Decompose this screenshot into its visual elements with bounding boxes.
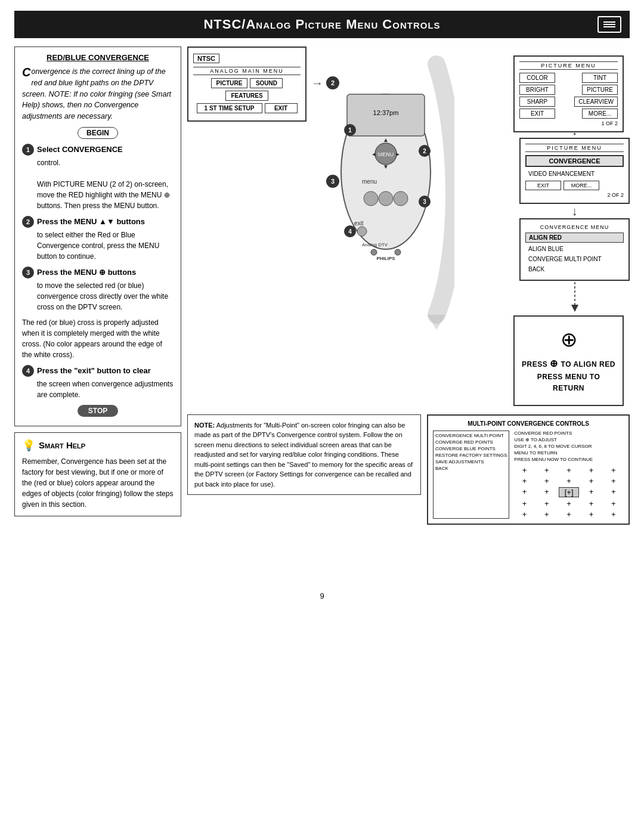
plus-20: + xyxy=(514,510,534,519)
svg-text:MENU: MENU xyxy=(378,151,394,157)
picture-btn-pm[interactable]: PICTURE xyxy=(582,85,618,95)
picture-menu-2-label: PICTURE MENU xyxy=(525,144,624,152)
svg-point-12 xyxy=(394,191,408,206)
smart-help-body: Remember, Convergence has been set at th… xyxy=(22,456,174,510)
step-2-header: 2 Press the MENU ▲▼ buttons xyxy=(22,216,174,228)
exit-btn-pm2[interactable]: EXIT xyxy=(525,181,561,190)
left-panel: RED/BLUE CONVERGENCE Convergence is the … xyxy=(14,47,181,522)
step-3-body: to move the selected red (or blue) conve… xyxy=(37,280,174,312)
svg-point-18 xyxy=(395,249,401,255)
press-crosshair: ⊕ xyxy=(550,358,561,368)
plus-17: + xyxy=(559,499,579,508)
step-1-title: Select CONVERGENCE xyxy=(37,145,123,154)
multipoint-box: MULTI-POINT CONVERGENCE CONTROLS CONVERG… xyxy=(427,414,630,525)
step-3-header: 3 Press the MENU ⊕ buttons xyxy=(22,267,174,278)
step-2-title: Press the MENU ▲▼ buttons xyxy=(37,217,145,226)
exit-btn-ntsc[interactable]: EXIT xyxy=(265,103,298,113)
menu-btn-row-2: FEATURES xyxy=(193,91,301,101)
mp-instr-3: DIGIT 2, 4, 6, 8 TO MOVE CURSOR xyxy=(514,444,624,449)
picture-btn[interactable]: PICTURE xyxy=(211,78,248,88)
mp-instr-2: USE ⊕ TO ADJUST xyxy=(514,437,624,442)
plus-19: + xyxy=(603,499,624,508)
align-blue-item[interactable]: ALIGN BLUE xyxy=(525,244,624,253)
mp-menu-item-5: SAVE ADJUSTMENTS xyxy=(435,459,507,465)
main-layout: RED/BLUE CONVERGENCE Convergence is the … xyxy=(14,47,630,583)
clearview-btn[interactable]: CLEARVIEW xyxy=(574,97,618,107)
color-btn[interactable]: COLOR xyxy=(519,73,555,83)
bottom-row: NOTE: Adjustments for "Multi-Point" on-s… xyxy=(187,414,630,525)
ntsc-menu-box: NTSC ANALOG MAIN MENU PICTURE SOUND FEAT… xyxy=(187,47,306,122)
converge-multi-item[interactable]: CONVERGE MULTI POINT xyxy=(525,255,624,264)
first-time-setup-btn[interactable]: 1 ST TIME SETUP xyxy=(197,103,262,113)
right-area: NTSC ANALOG MAIN MENU PICTURE SOUND FEAT… xyxy=(187,47,630,583)
plus-7: + xyxy=(559,476,579,485)
step-1-header: 1 Select CONVERGENCE xyxy=(22,144,174,156)
step-3-num: 3 xyxy=(22,267,34,278)
intro-text: onvergence is the correct lining up of t… xyxy=(22,67,171,120)
plus-15: + xyxy=(514,499,534,508)
step-2: 2 Press the MENU ▲▼ buttons to select ei… xyxy=(22,216,174,262)
svg-text:Analog   DTV: Analog DTV xyxy=(362,242,388,247)
mp-instr-1: CONVERGE RED POINTS xyxy=(514,431,624,436)
tint-btn[interactable]: TINT xyxy=(582,73,618,83)
sharp-btn[interactable]: SHARP xyxy=(519,97,555,107)
bulb-icon: 💡 xyxy=(22,439,35,452)
smart-help-title: 💡 Smart Help xyxy=(22,439,174,452)
svg-text:12:37pm: 12:37pm xyxy=(373,109,399,116)
video-enhancement-item[interactable]: VIDEO ENHANCEMENT xyxy=(525,169,624,178)
plus-22: + xyxy=(559,510,579,519)
step-2-body: to select either the Red or Blue Converg… xyxy=(37,230,174,262)
plus-13: + xyxy=(581,487,601,497)
picture-menu-2-box: PICTURE MENU CONVERGENCE VIDEO ENHANCEME… xyxy=(519,138,630,204)
exit-btn-pm1[interactable]: EXIT xyxy=(519,109,555,119)
plus-21: + xyxy=(537,510,557,519)
remote-control: 12:37pm MENU ▲ ◄ ► ▼ menu xyxy=(329,82,442,264)
press-align-box: ⊕ PRESS ⊕ TO ALIGN RED PRESS MENU TO RET… xyxy=(513,315,624,406)
convergence-section: RED/BLUE CONVERGENCE Convergence is the … xyxy=(14,47,181,426)
more-btn-pm1[interactable]: MORE... xyxy=(582,109,618,119)
svg-point-15 xyxy=(357,227,367,236)
pm-row-3: SHARP CLEARVIEW xyxy=(519,97,618,107)
mp-instr-5: PRESS MENU NOW TO CONTINUE xyxy=(514,457,624,462)
features-btn[interactable]: FEATURES xyxy=(225,91,268,101)
pm1-page: 1 OF 2 xyxy=(519,120,618,126)
pm-row-1: COLOR TINT xyxy=(519,73,618,83)
svg-text:exit: exit xyxy=(354,220,364,227)
mp-instr-4: MENU TO RETURN xyxy=(514,450,624,456)
svg-text:2: 2 xyxy=(423,148,426,154)
smart-help-section: 💡 Smart Help Remember, Convergence has b… xyxy=(14,432,181,516)
plus-10: + xyxy=(514,487,534,497)
dashed-arrow-down xyxy=(519,281,630,315)
more-btn-pm2[interactable]: MORE... xyxy=(564,181,599,190)
step-2-num: 2 xyxy=(22,216,34,228)
menu-btn-row-3: 1 ST TIME SETUP EXIT xyxy=(193,103,301,113)
svg-text:◄: ◄ xyxy=(371,151,377,157)
step-3: 3 Press the MENU ⊕ buttons to move the s… xyxy=(22,267,174,312)
diagram-step-3-label: 3 xyxy=(326,175,339,190)
plus-12-highlighted: [+] xyxy=(559,487,579,497)
plus-6: + xyxy=(537,476,557,485)
svg-point-11 xyxy=(364,191,378,206)
bright-btn[interactable]: BRIGHT xyxy=(519,85,555,95)
plus-4: + xyxy=(603,466,624,475)
svg-text:3: 3 xyxy=(331,178,335,185)
right-menus-column: PICTURE MENU COLOR TINT BRIGHT PICTURE S… xyxy=(459,47,630,406)
svg-point-13 xyxy=(379,191,393,206)
sound-btn[interactable]: SOUND xyxy=(250,78,283,88)
bottom-note-box: NOTE: Adjustments for "Multi-Point" on-s… xyxy=(187,414,421,496)
crosshair-symbol: ⊕ xyxy=(522,327,615,351)
picture-menu-1-box: PICTURE MENU COLOR TINT BRIGHT PICTURE S… xyxy=(513,55,624,132)
analog-main-menu-label: ANALOG MAIN MENU xyxy=(193,67,301,75)
mp-menu-item-3: CONVERGE BLUE POINTS xyxy=(435,446,507,451)
svg-text:►: ► xyxy=(395,151,401,157)
svg-text:3: 3 xyxy=(423,199,426,205)
drop-cap: C xyxy=(22,66,30,78)
back-item[interactable]: BACK xyxy=(525,265,624,274)
pm-row-4: EXIT MORE... xyxy=(519,109,618,119)
page-title: NTSC/Analog Picture Menu Controls xyxy=(203,17,440,32)
plus-18: + xyxy=(581,499,601,508)
plus-24: + xyxy=(603,510,624,519)
step-3b: The red (or blue) cross is properly adju… xyxy=(22,317,174,360)
step-3b-body: The red (or blue) cross is properly adju… xyxy=(22,317,174,360)
multipoint-menu: CONVERGENCE MULTI POINT CONVERGE RED POI… xyxy=(433,431,509,519)
